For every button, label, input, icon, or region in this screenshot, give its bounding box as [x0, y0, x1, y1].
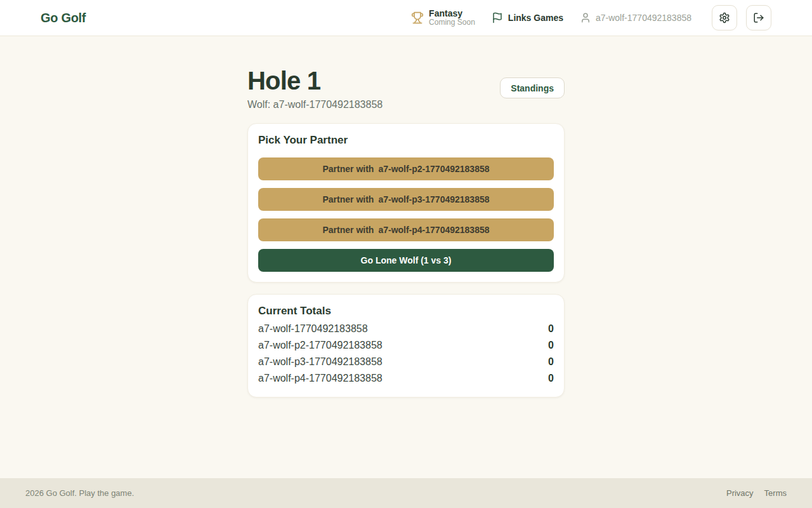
terms-link[interactable]: Terms [764, 488, 787, 498]
partner-name: a7-wolf-p4-1770492183858 [378, 225, 489, 235]
partner-name: a7-wolf-p2-1770492183858 [378, 164, 489, 174]
copyright-text: 2026 Go Golf. Play the game. [25, 488, 134, 498]
lone-wolf-button[interactable]: Go Lone Wolf (1 vs 3) [258, 249, 554, 272]
settings-button[interactable] [712, 5, 737, 30]
nav-item-fantasy[interactable]: Fantasy Coming Soon [411, 8, 475, 27]
player-name: a7-wolf-1770492183858 [258, 323, 368, 335]
player-score: 0 [548, 356, 554, 368]
current-totals-card: Current Totals a7-wolf-1770492183858 0 a… [247, 294, 565, 398]
logout-button[interactable] [746, 5, 771, 30]
header-nav: Fantasy Coming Soon Links Games a7-wolf-… [411, 5, 771, 30]
player-name: a7-wolf-p4-1770492183858 [258, 373, 383, 384]
app-logo[interactable]: Go Golf [41, 11, 86, 25]
header: Go Golf Fantasy Coming Soon [0, 0, 812, 36]
partner-button-p3[interactable]: Partner with a7-wolf-p3-1770492183858 [258, 188, 554, 211]
fantasy-sublabel: Coming Soon [429, 18, 475, 27]
totals-row: a7-wolf-1770492183858 0 [258, 321, 554, 337]
title-row: Hole 1 Wolf: a7-wolf-1770492183858 Stand… [247, 65, 565, 110]
main-area: Hole 1 Wolf: a7-wolf-1770492183858 Stand… [0, 36, 812, 478]
current-totals-title: Current Totals [258, 305, 554, 318]
user-display: a7-wolf-1770492183858 [580, 12, 691, 23]
standings-button[interactable]: Standings [500, 77, 565, 98]
partner-name: a7-wolf-p3-1770492183858 [378, 194, 489, 204]
logout-icon [753, 12, 764, 23]
privacy-link[interactable]: Privacy [726, 488, 754, 498]
gear-icon [719, 12, 730, 23]
player-name: a7-wolf-p3-1770492183858 [258, 356, 383, 368]
partner-button-p2[interactable]: Partner with a7-wolf-p2-1770492183858 [258, 157, 554, 180]
footer: 2026 Go Golf. Play the game. Privacy Ter… [0, 478, 812, 508]
totals-row: a7-wolf-p2-1770492183858 0 [258, 337, 554, 354]
username: a7-wolf-1770492183858 [596, 13, 691, 23]
page-title: Hole 1 [247, 65, 383, 96]
player-score: 0 [548, 373, 554, 384]
links-games-label: Links Games [508, 13, 563, 23]
flag-icon [492, 12, 503, 23]
partner-button-p4[interactable]: Partner with a7-wolf-p4-1770492183858 [258, 218, 554, 241]
fantasy-label: Fantasy [429, 8, 475, 18]
totals-row: a7-wolf-p4-1770492183858 0 [258, 370, 554, 387]
nav-item-links-games[interactable]: Links Games [492, 12, 563, 23]
trophy-icon [411, 11, 424, 24]
wolf-subtitle: Wolf: a7-wolf-1770492183858 [247, 99, 383, 110]
pick-partner-card: Pick Your Partner Partner with a7-wolf-p… [247, 123, 565, 283]
totals-row: a7-wolf-p3-1770492183858 0 [258, 354, 554, 370]
player-score: 0 [548, 340, 554, 351]
pick-partner-title: Pick Your Partner [258, 134, 554, 147]
user-icon [580, 12, 591, 23]
player-name: a7-wolf-p2-1770492183858 [258, 340, 383, 351]
player-score: 0 [548, 323, 554, 335]
